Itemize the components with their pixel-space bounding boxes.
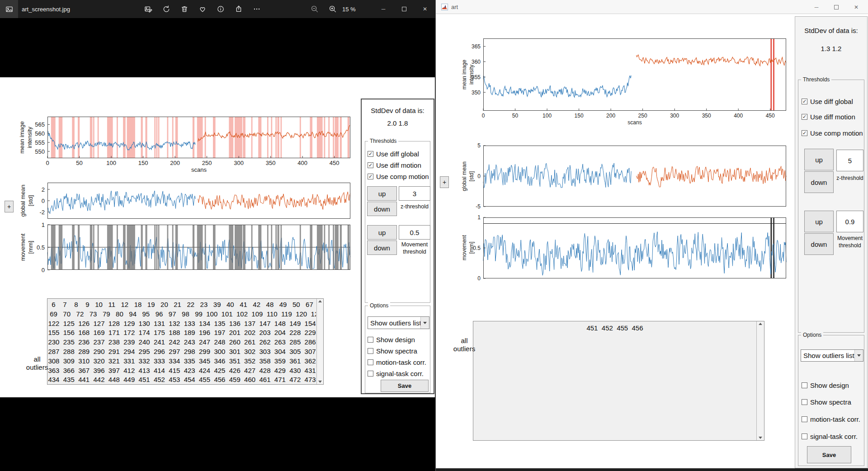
checkbox-unchecked-icon: [368, 337, 373, 343]
svg-text:300: 300: [670, 113, 679, 119]
checkbox-checked-icon: ✓: [368, 174, 373, 179]
checkbox-use-diff-motion[interactable]: ✓Use diff motion: [802, 113, 855, 121]
checkbox-signal-task-corr[interactable]: signal-task corr.: [802, 433, 858, 440]
movement-threshold-label: Movement threshold: [835, 235, 865, 249]
matlab-art-window: art ─ ✕ 35035536036505010015020025030035…: [435, 0, 868, 471]
screenshot-stddev-label: StdDev of data is:: [362, 107, 434, 114]
outlier-row: 122 125 126 127 128 129 130 131 132 133 …: [48, 319, 316, 329]
ylabel-global-mean: global mean [std]: [458, 151, 478, 201]
svg-text:100: 100: [542, 113, 552, 119]
screenshot-z-threshold-label: z-threshold: [399, 203, 430, 210]
minimize-button[interactable]: ─: [373, 0, 394, 18]
z-threshold-value[interactable]: 5: [836, 150, 863, 171]
screenshot-movement-plot: 10.50: [47, 225, 350, 270]
svg-text:-5: -5: [476, 203, 481, 210]
checkbox-use-comp-motion[interactable]: ✓Use comp motion: [802, 129, 863, 137]
checkbox-motion-task-corr[interactable]: motion-task corr.: [802, 415, 860, 423]
screenshot-outliers-rows: 6 7 8 9 10 11 12 18 19 20 21 22 23 39 40…: [48, 299, 316, 384]
movement-down-button[interactable]: down: [804, 233, 834, 255]
share-icon[interactable]: [234, 5, 243, 14]
movement-up-button[interactable]: up: [804, 211, 834, 232]
checkbox-unchecked-icon: [368, 371, 373, 377]
info-icon[interactable]: [216, 5, 225, 14]
svg-text:50: 50: [512, 113, 519, 119]
checkbox-label: motion-task corr.: [810, 415, 860, 423]
outlier-row: 6 7 8 9 10 11 12 18 19 20 21 22 23 39 40…: [48, 300, 316, 310]
screenshot-checkbox-use-diff-motion: ✓Use diff motion: [368, 161, 421, 169]
photos-zoom-controls: [310, 0, 337, 18]
svg-text:0.5: 0.5: [37, 244, 45, 251]
photos-titlebar: art_screenshot.jpg: [0, 0, 435, 18]
screenshot-checkbox-motion-task-corr: motion-task corr.: [368, 358, 426, 366]
photos-app-window: art_screenshot.jpg: [0, 0, 435, 471]
screenshot-checkbox-signal-task-corr: signal-task corr.: [368, 370, 424, 377]
z-up-button[interactable]: up: [804, 149, 834, 170]
screenshot-save-button: Save: [381, 380, 429, 392]
checkbox-show-spectra[interactable]: Show spectra: [802, 398, 851, 406]
control-panel: StdDev of data is: 1.3 1.2 Thresholds ✓U…: [795, 16, 868, 468]
movement-threshold-value[interactable]: 0.9: [836, 211, 863, 232]
rotate-icon[interactable]: [162, 5, 170, 14]
svg-text:450: 450: [766, 113, 775, 119]
favorite-icon[interactable]: [198, 5, 207, 14]
outlier-row: 155 156 168 169 171 172 174 175 188 189 …: [48, 328, 316, 338]
more-icon[interactable]: [252, 5, 261, 14]
checkbox-label: Use comp motion: [810, 129, 863, 137]
viewed-photo-art-screenshot[interactable]: 550555560565050100150200250300350400450s…: [0, 77, 435, 397]
checkbox-label: motion-task corr.: [376, 358, 426, 366]
screenshot-movement-threshold-label: Movement threshold: [398, 241, 431, 255]
zoom-out-icon[interactable]: [310, 5, 319, 14]
screenshot-mean-intensity-plot: 550555560565050100150200250300350400450s…: [47, 117, 350, 158]
zoom-level: 15 %: [342, 0, 356, 18]
outlier-row: 434 435 441 442 448 449 451 452 453 454 …: [48, 375, 316, 384]
screenshot-all-outliers-label: all outliers: [20, 355, 54, 372]
svg-text:0: 0: [46, 160, 49, 166]
svg-text:100: 100: [106, 160, 116, 166]
screenshot-checkbox-use-diff-global: ✓Use diff global: [368, 150, 419, 158]
screenshot-listbox-scrollbar: [316, 299, 323, 384]
svg-text:-2: -2: [39, 209, 45, 216]
save-button[interactable]: Save: [807, 446, 851, 463]
z-down-button[interactable]: down: [804, 171, 834, 193]
scroll-up-icon: [318, 300, 322, 302]
checkbox-show-design[interactable]: Show design: [802, 382, 849, 389]
svg-text:0: 0: [482, 113, 485, 119]
maximize-button[interactable]: [394, 0, 415, 18]
outliers-listbox[interactable]: 451 452 455 456: [473, 321, 764, 441]
desktop: art_screenshot.jpg: [0, 0, 868, 471]
listbox-scrollbar[interactable]: [756, 321, 764, 440]
maximize-button[interactable]: [826, 0, 846, 14]
screenshot-checkbox-show-design: Show design: [368, 336, 415, 344]
art-figure-body: 350355360365050100150200250300350400450s…: [436, 14, 868, 471]
svg-text:555: 555: [35, 139, 45, 146]
thresholds-group-label: Thresholds: [368, 138, 398, 144]
options-dropdown[interactable]: Show outliers list: [801, 349, 863, 362]
photos-file-title: art_screenshot.jpg: [22, 0, 70, 18]
scroll-down-icon: [318, 381, 322, 383]
screenshot-movement-threshold-value: 0.5: [399, 225, 430, 240]
close-button[interactable]: ✕: [846, 0, 866, 14]
screenshot-movement-down-button: down: [367, 240, 397, 255]
close-button[interactable]: ✕: [415, 0, 435, 18]
zoom-in-icon[interactable]: [328, 5, 337, 14]
stddev-label: StdDev of data is:: [795, 27, 867, 34]
thresholds-group-label: Thresholds: [801, 76, 831, 83]
svg-text:2: 2: [42, 186, 45, 193]
checkbox-checked-icon: ✓: [368, 151, 373, 157]
checkbox-unchecked-icon: [802, 399, 807, 405]
screenshot-z-down-button: down: [367, 202, 397, 216]
checkbox-use-diff-global[interactable]: ✓Use diff global: [802, 98, 853, 105]
checkbox-label: Use diff motion: [810, 113, 855, 121]
svg-text:1: 1: [477, 214, 481, 221]
expand-button[interactable]: +: [440, 176, 449, 188]
scroll-down-icon[interactable]: [759, 437, 762, 439]
scroll-up-icon[interactable]: [759, 323, 762, 325]
edit-image-icon[interactable]: [144, 5, 152, 14]
screenshot-expand-button: +: [5, 201, 14, 212]
checkbox-unchecked-icon: [368, 359, 373, 365]
svg-text:50: 50: [76, 160, 82, 166]
svg-text:5: 5: [477, 142, 481, 149]
delete-icon[interactable]: [180, 5, 189, 14]
minimize-button[interactable]: ─: [807, 0, 826, 14]
window-bottom-edge: [436, 468, 868, 471]
